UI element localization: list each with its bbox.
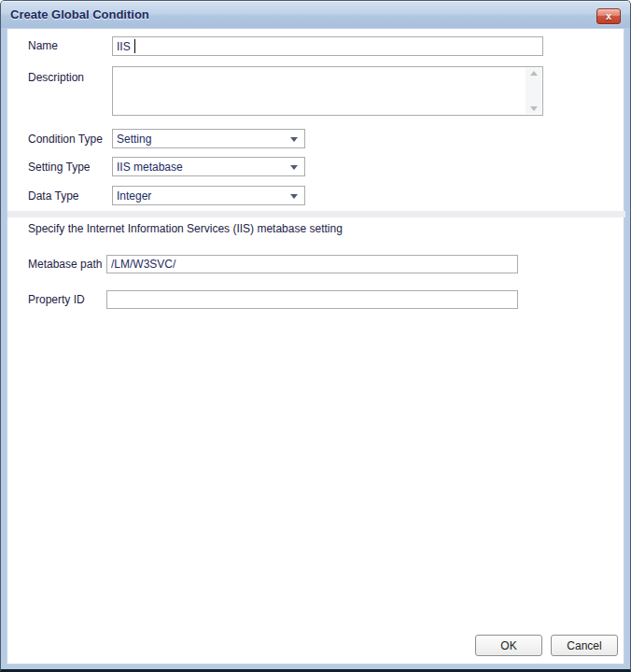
description-scrollbar[interactable] (526, 68, 541, 114)
description-textarea[interactable] (112, 66, 543, 116)
title-bar: Create Global Condition x (1, 1, 630, 28)
property-id-label: Property ID (28, 293, 85, 306)
chevron-down-icon (290, 165, 298, 170)
setting-type-value: IIS metabase (117, 161, 183, 174)
description-label: Description (28, 71, 84, 84)
metabase-section-heading: Specify the Internet Information Service… (28, 222, 343, 235)
chevron-down-icon (290, 137, 298, 142)
condition-type-label: Condition Type (28, 133, 103, 146)
section-divider (7, 211, 625, 217)
chevron-down-icon (290, 194, 298, 199)
cancel-button[interactable]: Cancel (551, 635, 618, 656)
ok-button[interactable]: OK (475, 635, 542, 656)
scroll-up-icon[interactable] (530, 71, 538, 76)
condition-type-dropdown[interactable]: Setting (112, 129, 305, 148)
metabase-path-input[interactable] (106, 255, 518, 273)
dialog-content: Name Description Condition Type Setting … (7, 28, 624, 665)
name-label: Name (28, 39, 58, 52)
property-id-input[interactable] (106, 290, 518, 309)
setting-type-dropdown[interactable]: IIS metabase (112, 157, 305, 176)
data-type-label: Data Type (28, 189, 78, 203)
name-input[interactable] (112, 36, 543, 56)
data-type-value: Integer (117, 189, 151, 203)
scroll-down-icon[interactable] (530, 106, 538, 111)
text-caret (134, 39, 135, 53)
condition-type-value: Setting (117, 133, 151, 146)
close-button[interactable]: x (596, 8, 621, 24)
setting-type-label: Setting Type (28, 161, 91, 174)
window-title: Create Global Condition (10, 7, 149, 21)
create-global-condition-dialog: Create Global Condition x Name Descripti… (0, 0, 631, 672)
data-type-dropdown[interactable]: Integer (112, 186, 305, 205)
close-icon: x (606, 11, 611, 21)
metabase-path-label: Metabase path (28, 258, 102, 271)
